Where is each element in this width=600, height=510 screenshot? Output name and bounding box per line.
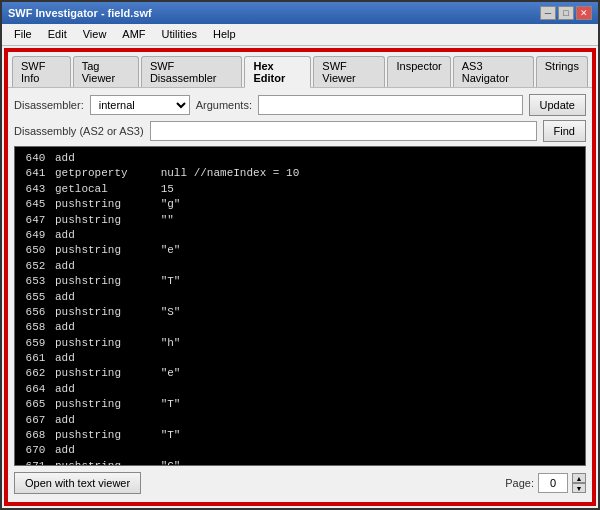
- menu-view[interactable]: View: [75, 26, 115, 43]
- content-border: SWF Info Tag Viewer SWF Disassembler Hex…: [4, 48, 596, 506]
- arguments-label: Arguments:: [196, 99, 252, 111]
- code-line: 655 add: [19, 290, 581, 305]
- disassembler-label: Disassembler:: [14, 99, 84, 111]
- code-line: 640 add: [19, 151, 581, 166]
- menu-amf[interactable]: AMF: [114, 26, 153, 43]
- code-line: 661 add: [19, 351, 581, 366]
- page-up-button[interactable]: ▲: [572, 473, 586, 483]
- tab-strings[interactable]: Strings: [536, 56, 588, 87]
- page-spinner: ▲ ▼: [572, 473, 586, 493]
- menu-edit[interactable]: Edit: [40, 26, 75, 43]
- main-window: SWF Investigator - field.swf ─ □ ✕ File …: [0, 0, 600, 510]
- code-line: 647 pushstring "": [19, 213, 581, 228]
- code-line: 641 getproperty null //nameIndex = 10: [19, 166, 581, 181]
- menu-help[interactable]: Help: [205, 26, 244, 43]
- update-button[interactable]: Update: [529, 94, 586, 116]
- code-line: 653 pushstring "T": [19, 274, 581, 289]
- content-area: Disassembler: internal Arguments: Update…: [8, 88, 592, 502]
- tab-swfdisassembler[interactable]: SWF Disassembler: [141, 56, 243, 87]
- search-row: Disassembly (AS2 or AS3) Find: [14, 120, 586, 142]
- code-line: 662 pushstring "e": [19, 366, 581, 381]
- window-controls: ─ □ ✕: [540, 6, 592, 20]
- tab-tagviewer[interactable]: Tag Viewer: [73, 56, 139, 87]
- code-line: 671 pushstring "C": [19, 459, 581, 466]
- tab-inspector[interactable]: Inspector: [387, 56, 450, 87]
- code-display[interactable]: 640 add 641 getproperty null //nameIndex…: [14, 146, 586, 466]
- tab-swfinfo[interactable]: SWF Info: [12, 56, 71, 87]
- window-title: SWF Investigator - field.swf: [8, 7, 152, 19]
- code-line: 668 pushstring "T": [19, 428, 581, 443]
- minimize-button[interactable]: ─: [540, 6, 556, 20]
- tab-hexeditor[interactable]: Hex Editor: [244, 56, 311, 88]
- menu-bar: File Edit View AMF Utilities Help: [2, 24, 598, 46]
- menu-utilities[interactable]: Utilities: [154, 26, 205, 43]
- code-line: 664 add: [19, 382, 581, 397]
- code-line: 658 add: [19, 320, 581, 335]
- code-line: 670 add: [19, 443, 581, 458]
- code-line: 649 add: [19, 228, 581, 243]
- search-input[interactable]: [150, 121, 537, 141]
- page-label: Page:: [505, 477, 534, 489]
- page-input[interactable]: [538, 473, 568, 493]
- find-button[interactable]: Find: [543, 120, 586, 142]
- menu-file[interactable]: File: [6, 26, 40, 43]
- page-down-button[interactable]: ▼: [572, 483, 586, 493]
- close-button[interactable]: ✕: [576, 6, 592, 20]
- tabs-bar: SWF Info Tag Viewer SWF Disassembler Hex…: [8, 52, 592, 88]
- page-control: Page: ▲ ▼: [505, 473, 586, 493]
- code-line: 652 add: [19, 259, 581, 274]
- tab-swfviewer[interactable]: SWF Viewer: [313, 56, 385, 87]
- code-line: 665 pushstring "T": [19, 397, 581, 412]
- maximize-button[interactable]: □: [558, 6, 574, 20]
- code-line: 659 pushstring "h": [19, 336, 581, 351]
- tab-as3navigator[interactable]: AS3 Navigator: [453, 56, 534, 87]
- arguments-input[interactable]: [258, 95, 523, 115]
- disassembler-dropdown[interactable]: internal: [90, 95, 190, 115]
- code-line: 643 getlocal 15: [19, 182, 581, 197]
- code-line: 656 pushstring "S": [19, 305, 581, 320]
- code-line: 667 add: [19, 413, 581, 428]
- open-text-viewer-button[interactable]: Open with text viewer: [14, 472, 141, 494]
- title-bar: SWF Investigator - field.swf ─ □ ✕: [2, 2, 598, 24]
- toolbar-row: Disassembler: internal Arguments: Update: [14, 94, 586, 116]
- disassembly-label: Disassembly (AS2 or AS3): [14, 125, 144, 137]
- bottom-row: Open with text viewer Page: ▲ ▼: [14, 470, 586, 496]
- code-line: 645 pushstring "g": [19, 197, 581, 212]
- code-line: 650 pushstring "e": [19, 243, 581, 258]
